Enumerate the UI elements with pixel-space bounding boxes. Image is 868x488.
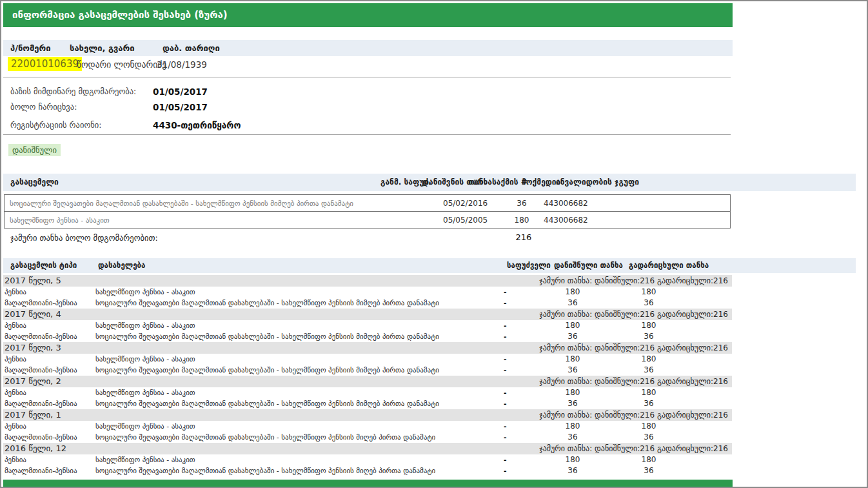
payment-name: სოციალური შეღავათები მაღალმთიან დასახლებ…	[95, 332, 439, 341]
payment-period: 2017 წელი, 4 ჯამური თანხა: დანიშნული:216…	[3, 309, 732, 342]
payment-type: მაღალმთიანი-პენსია	[3, 298, 95, 309]
payment-row: მაღალმთიანი-პენსიასოციალური შეღავათები მ…	[3, 398, 732, 409]
period-title: 2017 წელი, 4	[5, 309, 61, 320]
payment-name: სახელმწიფო პენსია - ასაკით	[95, 321, 195, 330]
person-table-header: პ/ნომერი სახელი, გვარი დაბ. თარიღი	[3, 40, 733, 56]
payment-assigned-amount: 36	[553, 298, 592, 309]
payment-basis: -	[504, 387, 507, 398]
column-action: მოქმედია	[522, 174, 560, 191]
payment-type: მაღალმთიანი-პენსია	[3, 465, 95, 476]
payment-type: მაღალმთიანი-პენსია	[3, 398, 95, 409]
payment-row: პენსიასახელმწიფო პენსია - ასაკით-180180	[3, 421, 732, 432]
benefit-amount: 180	[510, 216, 533, 225]
payment-transferred-amount: 36	[627, 465, 670, 476]
info-value-last-transfer: 01/05/2017	[153, 102, 208, 112]
payment-type: პენსია	[3, 454, 95, 465]
info-value-base-status: 01/05/2017	[153, 86, 208, 97]
payment-name: სახელმწიფო პენსია - ასაკით	[95, 456, 195, 464]
personal-number-highlight[interactable]: 22001010639	[8, 57, 82, 71]
payment-assigned-amount: 180	[553, 387, 592, 398]
payments-table-header: გასაცემლის ტიპი დასახელება საფუძველი დან…	[3, 258, 856, 273]
payment-transferred-amount: 180	[627, 454, 670, 465]
assigned-row: სოციალური შეღავათები მაღალმთიან დასახლებ…	[5, 195, 730, 211]
info-value-registration-district: 4430-თეთრიწყარო	[153, 120, 241, 130]
payment-transferred-amount: 36	[627, 331, 670, 342]
assigned-total-value: 216	[511, 232, 537, 242]
period-summary: ჯამური თანხა: დანიშნული:216 გადარიცხული:…	[539, 342, 728, 354]
payment-name: სოციალური შეღავათები მაღალმთიან დასახლებ…	[95, 366, 439, 374]
payment-basis: -	[504, 320, 507, 331]
payment-basis: -	[504, 365, 507, 376]
payment-transferred-amount: 180	[627, 287, 670, 298]
benefit-name: სახელმწიფო პენსია - ასაკით	[10, 216, 110, 224]
period-summary: ჯამური თანხა: დანიშნული:216 გადარიცხული:…	[539, 376, 728, 387]
payment-transferred-amount: 36	[627, 365, 670, 376]
footer-section-bar	[3, 480, 733, 487]
info-label-registration-district: რეგისტრაციის რაიონი:	[10, 120, 101, 130]
page: ინფორმაცია გასაცემლების შესახებ (ზურა) პ…	[0, 0, 868, 488]
payment-assigned-amount: 180	[553, 454, 592, 465]
payment-period: 2017 წელი, 5 ჯამური თანხა: დანიშნული:216…	[3, 275, 732, 309]
payment-basis: -	[504, 331, 507, 342]
column-assigned-amount: დანიშნული თანხა	[554, 258, 623, 273]
payment-periods: 2017 წელი, 5 ჯამური თანხა: დანიშნული:216…	[3, 275, 732, 476]
payment-name: სოციალური შეღავათები მაღალმთიან დასახლებ…	[95, 299, 439, 307]
payment-type: პენსია	[3, 320, 95, 331]
payment-period: 2017 წელი, 3 ჯამური თანხა: დანიშნული:216…	[3, 342, 732, 376]
payment-transferred-amount: 180	[627, 387, 670, 398]
payment-type: პენსია	[3, 421, 95, 432]
payment-type: მაღალმთიანი-პენსია	[3, 331, 95, 342]
payment-type: პენსია	[3, 354, 95, 365]
payment-name: სახელმწიფო პენსია - ასაკით	[95, 422, 195, 431]
benefit-name: სოციალური შეღავათები მაღალმთიან დასახლებ…	[10, 199, 353, 207]
benefit-amount: 36	[510, 199, 533, 208]
payment-name: სახელმწიფო პენსია - ასაკით	[95, 288, 195, 296]
payment-period: 2016 წელი, 12 ჯამური თანხა: დანიშნული:21…	[3, 443, 732, 476]
info-label-base-status: ბაზის მიმდინარე მდგომარეობა:	[10, 86, 136, 96]
assigned-badge: დანიშნული	[8, 144, 61, 156]
payment-row: მაღალმთიანი-პენსიასოციალური შეღავათები მ…	[3, 432, 732, 443]
column-amount: თანხა	[468, 174, 492, 191]
column-basis: საფუძველი	[507, 258, 551, 273]
period-title: 2016 წელი, 12	[5, 443, 66, 454]
assignment-date: 05/02/2016	[443, 199, 488, 208]
payment-transferred-amount: 180	[627, 320, 670, 331]
period-title: 2017 წელი, 5	[5, 275, 61, 287]
column-name-surname: სახელი, გვარი	[70, 40, 135, 56]
window-titlebar: ინფორმაცია გასაცემლების შესახებ (ზურა)	[3, 3, 733, 27]
payment-row: მაღალმთიანი-პენსიასოციალური შეღავათები მ…	[3, 298, 732, 309]
payment-basis: -	[504, 421, 507, 432]
column-disability-group: ინვალიდობის ჯგუფი	[556, 174, 639, 191]
payment-name: სოციალური შეღავათები მაღალმთიან დასახლებ…	[95, 400, 439, 408]
payment-type: მაღალმთიანი-პენსია	[3, 365, 95, 376]
column-transferred-amount: გადარიცხული თანხა	[629, 258, 709, 273]
payment-assigned-amount: 180	[553, 354, 592, 365]
payment-assigned-amount: 36	[553, 465, 592, 476]
payment-type: პენსია	[3, 287, 95, 298]
case-number: 443006682	[544, 216, 588, 225]
payment-row: მაღალმთიანი-პენსიასოციალური შეღავათები მ…	[3, 365, 732, 376]
payment-name: სოციალური შეღავათები მაღალმთიან დასახლებ…	[95, 467, 435, 475]
payment-row: მაღალმთიანი-პენსიასოციალური შეღავათები მ…	[3, 465, 732, 476]
column-payment-type: გასაცემლის ტიპი	[10, 258, 77, 273]
payment-transferred-amount: 36	[627, 398, 670, 409]
payment-row: მაღალმთიანი-პენსიასოციალური შეღავათები მ…	[3, 331, 732, 342]
column-payment-name: დასახელება	[98, 258, 145, 273]
divider	[3, 134, 731, 135]
payment-type: პენსია	[3, 387, 95, 398]
payment-basis: -	[504, 465, 507, 476]
assigned-row: სახელმწიფო პენსია - ასაკით 05/05/2005 18…	[5, 211, 730, 228]
payment-assigned-amount: 36	[553, 432, 592, 443]
person-birth-date: 31/08/1939	[157, 59, 207, 70]
period-header: 2017 წელი, 4 ჯამური თანხა: დანიშნული:216…	[3, 309, 732, 320]
period-summary: ჯამური თანხა: დანიშნული:216 გადარიცხული:…	[539, 443, 728, 454]
payment-row: პენსიასახელმწიფო პენსია - ასაკით-180180	[3, 354, 732, 365]
period-summary: ჯამური თანხა: დანიშნული:216 გადარიცხული:…	[539, 409, 728, 421]
assigned-table-body: სოციალური შეღავათები მაღალმთიან დასახლებ…	[4, 194, 731, 229]
period-header: 2017 წელი, 2 ჯამური თანხა: დანიშნული:216…	[3, 376, 732, 387]
period-header: 2017 წელი, 5 ჯამური თანხა: დანიშნული:216…	[3, 275, 732, 287]
payment-name: სახელმწიფო პენსია - ასაკით	[95, 389, 195, 397]
payment-assigned-amount: 180	[553, 287, 592, 298]
payment-assigned-amount: 36	[553, 398, 592, 409]
payment-transferred-amount: 36	[627, 298, 670, 309]
